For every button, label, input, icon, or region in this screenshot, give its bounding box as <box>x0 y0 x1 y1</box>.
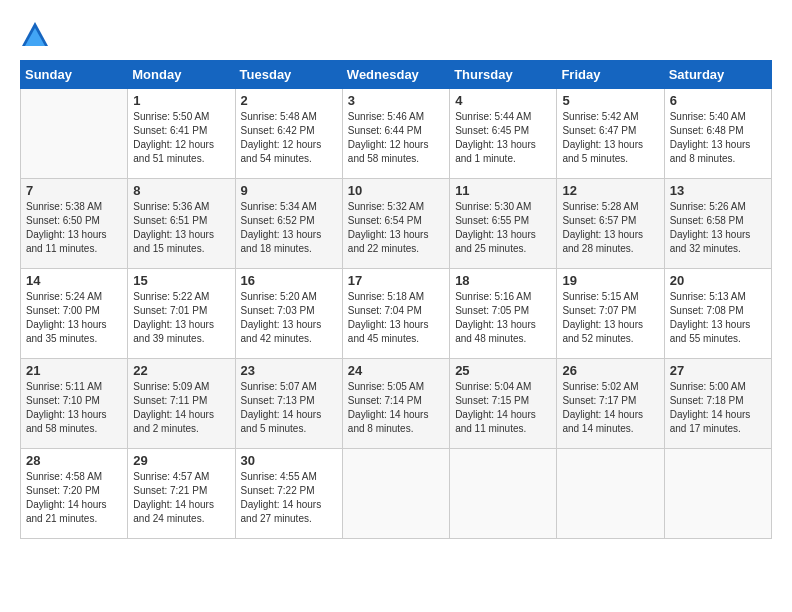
day-number: 12 <box>562 183 658 198</box>
day-number: 21 <box>26 363 122 378</box>
calendar-cell: 23Sunrise: 5:07 AM Sunset: 7:13 PM Dayli… <box>235 359 342 449</box>
day-number: 13 <box>670 183 766 198</box>
day-info: Sunrise: 5:22 AM Sunset: 7:01 PM Dayligh… <box>133 290 229 346</box>
day-number: 9 <box>241 183 337 198</box>
day-info: Sunrise: 5:07 AM Sunset: 7:13 PM Dayligh… <box>241 380 337 436</box>
calendar-week-row: 28Sunrise: 4:58 AM Sunset: 7:20 PM Dayli… <box>21 449 772 539</box>
day-info: Sunrise: 5:42 AM Sunset: 6:47 PM Dayligh… <box>562 110 658 166</box>
column-header-tuesday: Tuesday <box>235 61 342 89</box>
calendar-cell <box>342 449 449 539</box>
day-info: Sunrise: 5:30 AM Sunset: 6:55 PM Dayligh… <box>455 200 551 256</box>
column-header-sunday: Sunday <box>21 61 128 89</box>
calendar-cell <box>450 449 557 539</box>
day-number: 1 <box>133 93 229 108</box>
day-info: Sunrise: 5:04 AM Sunset: 7:15 PM Dayligh… <box>455 380 551 436</box>
calendar-cell: 28Sunrise: 4:58 AM Sunset: 7:20 PM Dayli… <box>21 449 128 539</box>
calendar-cell: 27Sunrise: 5:00 AM Sunset: 7:18 PM Dayli… <box>664 359 771 449</box>
calendar-cell: 9Sunrise: 5:34 AM Sunset: 6:52 PM Daylig… <box>235 179 342 269</box>
day-info: Sunrise: 5:00 AM Sunset: 7:18 PM Dayligh… <box>670 380 766 436</box>
day-info: Sunrise: 5:13 AM Sunset: 7:08 PM Dayligh… <box>670 290 766 346</box>
calendar-cell <box>557 449 664 539</box>
day-info: Sunrise: 5:09 AM Sunset: 7:11 PM Dayligh… <box>133 380 229 436</box>
day-info: Sunrise: 5:38 AM Sunset: 6:50 PM Dayligh… <box>26 200 122 256</box>
day-number: 18 <box>455 273 551 288</box>
day-number: 15 <box>133 273 229 288</box>
day-number: 10 <box>348 183 444 198</box>
calendar-cell: 26Sunrise: 5:02 AM Sunset: 7:17 PM Dayli… <box>557 359 664 449</box>
day-number: 29 <box>133 453 229 468</box>
day-info: Sunrise: 5:18 AM Sunset: 7:04 PM Dayligh… <box>348 290 444 346</box>
calendar-cell: 12Sunrise: 5:28 AM Sunset: 6:57 PM Dayli… <box>557 179 664 269</box>
calendar-table: SundayMondayTuesdayWednesdayThursdayFrid… <box>20 60 772 539</box>
day-info: Sunrise: 5:48 AM Sunset: 6:42 PM Dayligh… <box>241 110 337 166</box>
calendar-cell: 22Sunrise: 5:09 AM Sunset: 7:11 PM Dayli… <box>128 359 235 449</box>
calendar-week-row: 1Sunrise: 5:50 AM Sunset: 6:41 PM Daylig… <box>21 89 772 179</box>
calendar-cell: 10Sunrise: 5:32 AM Sunset: 6:54 PM Dayli… <box>342 179 449 269</box>
calendar-cell: 17Sunrise: 5:18 AM Sunset: 7:04 PM Dayli… <box>342 269 449 359</box>
calendar-cell: 30Sunrise: 4:55 AM Sunset: 7:22 PM Dayli… <box>235 449 342 539</box>
column-header-monday: Monday <box>128 61 235 89</box>
day-number: 27 <box>670 363 766 378</box>
day-number: 16 <box>241 273 337 288</box>
calendar-cell: 25Sunrise: 5:04 AM Sunset: 7:15 PM Dayli… <box>450 359 557 449</box>
day-info: Sunrise: 5:24 AM Sunset: 7:00 PM Dayligh… <box>26 290 122 346</box>
day-number: 5 <box>562 93 658 108</box>
day-info: Sunrise: 5:32 AM Sunset: 6:54 PM Dayligh… <box>348 200 444 256</box>
day-number: 11 <box>455 183 551 198</box>
column-header-saturday: Saturday <box>664 61 771 89</box>
column-header-thursday: Thursday <box>450 61 557 89</box>
calendar-cell: 16Sunrise: 5:20 AM Sunset: 7:03 PM Dayli… <box>235 269 342 359</box>
calendar-cell: 18Sunrise: 5:16 AM Sunset: 7:05 PM Dayli… <box>450 269 557 359</box>
day-number: 4 <box>455 93 551 108</box>
calendar-cell: 7Sunrise: 5:38 AM Sunset: 6:50 PM Daylig… <box>21 179 128 269</box>
calendar-cell: 13Sunrise: 5:26 AM Sunset: 6:58 PM Dayli… <box>664 179 771 269</box>
day-number: 8 <box>133 183 229 198</box>
calendar-cell: 6Sunrise: 5:40 AM Sunset: 6:48 PM Daylig… <box>664 89 771 179</box>
day-number: 28 <box>26 453 122 468</box>
day-info: Sunrise: 5:50 AM Sunset: 6:41 PM Dayligh… <box>133 110 229 166</box>
day-number: 7 <box>26 183 122 198</box>
day-number: 24 <box>348 363 444 378</box>
calendar-cell: 3Sunrise: 5:46 AM Sunset: 6:44 PM Daylig… <box>342 89 449 179</box>
day-info: Sunrise: 5:36 AM Sunset: 6:51 PM Dayligh… <box>133 200 229 256</box>
day-number: 14 <box>26 273 122 288</box>
day-info: Sunrise: 4:55 AM Sunset: 7:22 PM Dayligh… <box>241 470 337 526</box>
day-number: 19 <box>562 273 658 288</box>
calendar-cell <box>664 449 771 539</box>
day-number: 23 <box>241 363 337 378</box>
calendar-cell: 2Sunrise: 5:48 AM Sunset: 6:42 PM Daylig… <box>235 89 342 179</box>
column-header-wednesday: Wednesday <box>342 61 449 89</box>
day-number: 3 <box>348 93 444 108</box>
day-info: Sunrise: 5:34 AM Sunset: 6:52 PM Dayligh… <box>241 200 337 256</box>
day-number: 20 <box>670 273 766 288</box>
calendar-cell: 8Sunrise: 5:36 AM Sunset: 6:51 PM Daylig… <box>128 179 235 269</box>
day-info: Sunrise: 5:15 AM Sunset: 7:07 PM Dayligh… <box>562 290 658 346</box>
logo <box>20 20 54 50</box>
column-header-friday: Friday <box>557 61 664 89</box>
logo-icon <box>20 20 50 50</box>
day-number: 22 <box>133 363 229 378</box>
calendar-week-row: 7Sunrise: 5:38 AM Sunset: 6:50 PM Daylig… <box>21 179 772 269</box>
calendar-cell: 20Sunrise: 5:13 AM Sunset: 7:08 PM Dayli… <box>664 269 771 359</box>
calendar-cell: 11Sunrise: 5:30 AM Sunset: 6:55 PM Dayli… <box>450 179 557 269</box>
day-info: Sunrise: 4:57 AM Sunset: 7:21 PM Dayligh… <box>133 470 229 526</box>
day-info: Sunrise: 5:40 AM Sunset: 6:48 PM Dayligh… <box>670 110 766 166</box>
day-info: Sunrise: 5:44 AM Sunset: 6:45 PM Dayligh… <box>455 110 551 166</box>
calendar-cell: 1Sunrise: 5:50 AM Sunset: 6:41 PM Daylig… <box>128 89 235 179</box>
day-info: Sunrise: 5:11 AM Sunset: 7:10 PM Dayligh… <box>26 380 122 436</box>
day-info: Sunrise: 5:02 AM Sunset: 7:17 PM Dayligh… <box>562 380 658 436</box>
calendar-cell: 4Sunrise: 5:44 AM Sunset: 6:45 PM Daylig… <box>450 89 557 179</box>
calendar-cell: 5Sunrise: 5:42 AM Sunset: 6:47 PM Daylig… <box>557 89 664 179</box>
day-number: 17 <box>348 273 444 288</box>
calendar-week-row: 14Sunrise: 5:24 AM Sunset: 7:00 PM Dayli… <box>21 269 772 359</box>
day-number: 6 <box>670 93 766 108</box>
day-info: Sunrise: 5:05 AM Sunset: 7:14 PM Dayligh… <box>348 380 444 436</box>
day-info: Sunrise: 5:20 AM Sunset: 7:03 PM Dayligh… <box>241 290 337 346</box>
day-number: 25 <box>455 363 551 378</box>
day-info: Sunrise: 5:26 AM Sunset: 6:58 PM Dayligh… <box>670 200 766 256</box>
calendar-cell: 15Sunrise: 5:22 AM Sunset: 7:01 PM Dayli… <box>128 269 235 359</box>
day-info: Sunrise: 5:28 AM Sunset: 6:57 PM Dayligh… <box>562 200 658 256</box>
calendar-header-row: SundayMondayTuesdayWednesdayThursdayFrid… <box>21 61 772 89</box>
page-header <box>20 20 772 50</box>
day-number: 26 <box>562 363 658 378</box>
